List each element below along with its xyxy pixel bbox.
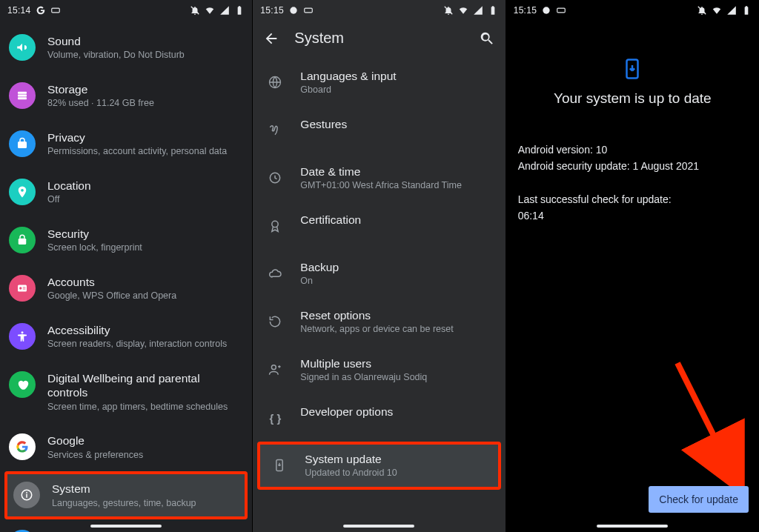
- row-sub: Network, apps or device can be reset: [300, 324, 493, 336]
- settings-list: SoundVolume, vibration, Do Not Disturb S…: [0, 21, 252, 532]
- row-sub: 82% used · 11.24 GB free: [47, 98, 240, 110]
- row-title: Digital Wellbeing and parental controls: [47, 371, 240, 400]
- row-title: Backup: [300, 260, 493, 274]
- battery-status-icon: [741, 5, 752, 16]
- location-icon: [9, 179, 36, 205]
- battery-status-icon: [488, 5, 498, 16]
- row-title: Accounts: [47, 275, 240, 289]
- page-title: System: [294, 30, 463, 47]
- page-header: System: [253, 21, 505, 56]
- row-sub: Gboard: [300, 84, 493, 96]
- row-sub: Permissions, account activity, personal …: [47, 146, 240, 158]
- svg-rect-12: [26, 494, 27, 498]
- row-sub: Services & preferences: [47, 450, 240, 462]
- system-settings-panel: 15:15 System Languages & inputGboard: [253, 0, 506, 532]
- cc-status-icon: [50, 5, 61, 16]
- nav-gesture-bar[interactable]: [253, 525, 505, 528]
- back-button[interactable]: [263, 30, 279, 47]
- row-sub: Off: [47, 194, 240, 206]
- svg-point-10: [21, 331, 24, 333]
- status-time: 15:15: [514, 5, 537, 16]
- row-title: Date & time: [300, 164, 493, 179]
- status-bar: 15:15: [253, 0, 505, 21]
- braces-icon: { }: [262, 405, 288, 431]
- nav-gesture-bar[interactable]: [506, 525, 759, 528]
- dnd-status-icon: [443, 5, 454, 16]
- status-time: 15:15: [260, 5, 284, 16]
- row-location[interactable]: LocationOff: [0, 168, 252, 216]
- system-icon: [13, 482, 40, 508]
- wifi-status-icon: [458, 5, 468, 16]
- row-title: Storage: [47, 82, 240, 96]
- row-security[interactable]: SecurityScreen lock, fingerprint: [0, 216, 252, 265]
- row-storage[interactable]: Storage82% used · 11.24 GB free: [0, 72, 252, 120]
- search-button[interactable]: [479, 30, 495, 47]
- row-backup[interactable]: BackupOn: [253, 250, 505, 298]
- row-google[interactable]: GoogleServices & preferences: [0, 423, 252, 471]
- svg-point-16: [290, 7, 296, 13]
- clock-icon: [262, 164, 288, 191]
- row-sub: Screen time, app timers, bedtime schedul…: [47, 402, 240, 413]
- row-title: Sound: [47, 34, 240, 48]
- svg-point-24: [543, 7, 550, 13]
- check-for-update-button[interactable]: Check for update: [649, 486, 749, 513]
- row-title: System: [52, 482, 236, 496]
- row-reset[interactable]: Reset optionsNetwork, apps or device can…: [253, 298, 505, 346]
- svg-line-28: [677, 363, 737, 482]
- svg-rect-4: [18, 97, 27, 99]
- person-icon: [262, 356, 288, 383]
- system-update-hero-icon: [621, 58, 643, 80]
- row-title: Location: [47, 179, 240, 193]
- row-title: Gestures: [300, 117, 493, 131]
- row-accessibility[interactable]: AccessibilityScreen readers, display, in…: [0, 313, 252, 361]
- google-icon: [9, 433, 36, 460]
- signal-status-icon: [219, 5, 230, 16]
- row-certification[interactable]: Certification: [253, 202, 505, 250]
- row-languages[interactable]: Languages & inputGboard: [253, 59, 505, 107]
- cc-status-icon: [556, 5, 566, 16]
- row-title: System update: [305, 452, 488, 466]
- settings-main-panel: 15:14 SoundVolume, vibration, Do Not Dis…: [0, 0, 253, 532]
- row-title: Certification: [300, 213, 493, 227]
- row-title: Privacy: [47, 130, 240, 144]
- nav-gesture-bar[interactable]: [0, 525, 252, 528]
- cc-status-icon: [303, 5, 314, 16]
- svg-point-13: [26, 492, 27, 493]
- wifi-status-icon: [712, 5, 722, 16]
- row-privacy[interactable]: PrivacyPermissions, account activity, pe…: [0, 120, 252, 168]
- gesture-icon: [262, 117, 288, 144]
- status-bar: 15:15: [506, 0, 759, 21]
- update-info-block-1: Android version: 10 Android security upd…: [518, 142, 747, 174]
- row-sub: On: [300, 276, 493, 287]
- dnd-status-icon: [190, 5, 200, 16]
- row-system[interactable]: SystemLanguages, gestures, time, backup: [4, 471, 248, 519]
- security-icon: [9, 227, 36, 253]
- row-gestures[interactable]: Gestures: [253, 107, 505, 154]
- svg-rect-25: [557, 8, 566, 13]
- cloud-icon: [262, 260, 288, 287]
- svg-rect-9: [23, 289, 26, 290]
- row-sub: GMT+01:00 West Africa Standard Time: [300, 180, 493, 192]
- row-title: Developer options: [300, 405, 493, 419]
- row-title: Security: [47, 227, 240, 241]
- row-datetime[interactable]: Date & timeGMT+01:00 West Africa Standar…: [253, 154, 505, 202]
- signal-status-icon: [726, 5, 737, 16]
- row-sound[interactable]: SoundVolume, vibration, Do Not Disturb: [0, 24, 252, 72]
- row-sub: Screen readers, display, interaction con…: [47, 339, 240, 350]
- row-title: Google: [47, 433, 240, 448]
- row-multiuser[interactable]: Multiple usersSigned in as Olanrewaju So…: [253, 346, 505, 394]
- svg-rect-5: [19, 239, 27, 245]
- row-accounts[interactable]: AccountsGoogle, WPS Office and Opera: [0, 265, 252, 313]
- svg-point-22: [272, 365, 276, 370]
- status-time: 15:14: [7, 5, 31, 16]
- accounts-icon: [9, 275, 36, 302]
- row-wellbeing[interactable]: Digital Wellbeing and parental controlsS…: [0, 361, 252, 423]
- system-list: Languages & inputGboard Gestures Date & …: [253, 56, 505, 525]
- row-sub: Screen lock, fingerprint: [47, 242, 240, 254]
- battery-status-icon: [234, 5, 245, 16]
- update-status-title: Your system is up to date: [518, 90, 747, 107]
- row-title: Languages & input: [300, 69, 493, 83]
- row-system-update[interactable]: System updateUpdated to Android 10: [257, 442, 500, 490]
- row-developer[interactable]: { } Developer options: [253, 394, 505, 442]
- globe-icon: [262, 69, 288, 96]
